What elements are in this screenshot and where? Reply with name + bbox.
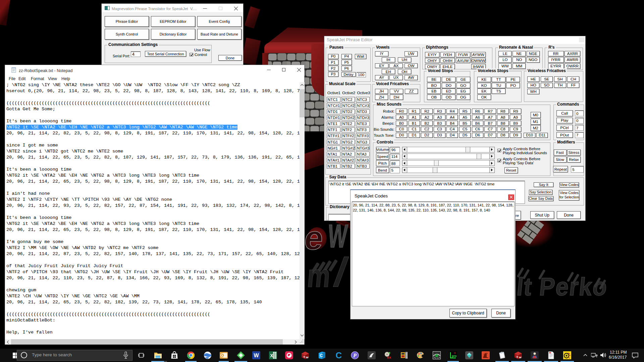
svg-text:P: P <box>353 353 357 358</box>
svg-text:W: W <box>306 356 309 359</box>
svg-text:S: S <box>304 355 306 358</box>
svg-text:S: S <box>517 355 519 358</box>
svg-text:W: W <box>254 353 259 358</box>
svg-text:ex: ex <box>387 355 391 359</box>
svg-text:C: C <box>320 353 323 358</box>
svg-text:X: X <box>270 353 273 358</box>
svg-text:W: W <box>519 356 522 359</box>
svg-text:32: 32 <box>454 352 456 354</box>
svg-text:pro: pro <box>452 354 457 358</box>
svg-text:C: C <box>336 351 342 359</box>
